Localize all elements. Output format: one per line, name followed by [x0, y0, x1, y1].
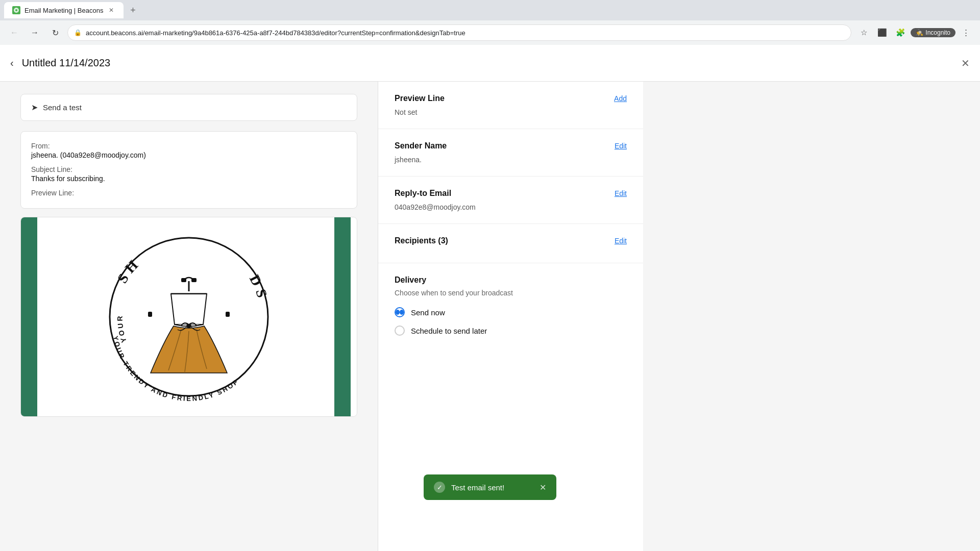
svg-rect-12: [226, 312, 230, 317]
toast-notification: ✓ Test email sent! ✕: [424, 474, 556, 500]
subject-row: Subject Line: Thanks for subscribing.: [31, 165, 347, 183]
new-tab-button[interactable]: +: [126, 3, 140, 17]
sender-name-value: jsheena.: [395, 156, 627, 164]
bookmark-icon[interactable]: ☆: [855, 24, 872, 41]
toolbar-actions: ☆ ⬛ 🧩 🕵 Incognito ⋮: [855, 24, 974, 41]
send-test-icon: ➤: [31, 103, 38, 112]
sender-name-section: Sender Name Edit jsheena.: [378, 129, 643, 177]
reply-to-header: Reply-to Email Edit: [395, 189, 627, 198]
preview-line-add-button[interactable]: Add: [614, 94, 627, 103]
delivery-title: Delivery: [395, 276, 627, 285]
subject-label: Subject Line:: [31, 165, 347, 173]
recipients-edit-button[interactable]: Edit: [615, 237, 627, 245]
browser-toolbar: ← → ↻ 🔒 account.beacons.ai/email-marketi…: [0, 20, 980, 45]
forward-nav-button[interactable]: →: [27, 24, 43, 41]
sender-name-title: Sender Name: [395, 141, 447, 151]
svg-point-1: [15, 9, 17, 11]
active-tab[interactable]: Email Marketing | Beacons ✕: [4, 2, 124, 18]
left-panel: ➤ Send a test From: jsheena. (040a92e8@m…: [0, 82, 378, 551]
reply-to-title: Reply-to Email: [395, 189, 451, 198]
send-now-radio[interactable]: [395, 307, 405, 317]
cast-icon[interactable]: ⬛: [874, 24, 890, 41]
delivery-subtitle: Choose when to send your broadcast: [395, 289, 627, 297]
preview-line-section: Preview Line Add Not set: [378, 82, 643, 129]
reply-to-edit-button[interactable]: Edit: [615, 189, 627, 197]
sender-name-edit-button[interactable]: Edit: [615, 142, 627, 150]
send-test-bar[interactable]: ➤ Send a test: [20, 94, 357, 121]
incognito-badge: 🕵 Incognito: [911, 28, 955, 37]
reply-to-value: 040a92e8@moodjoy.com: [395, 203, 627, 211]
toast-message: Test email sent!: [451, 483, 504, 492]
from-value: jsheena. (040a92e8@moodjoy.com): [31, 151, 347, 159]
reply-to-section: Reply-to Email Edit 040a92e8@moodjoy.com: [378, 177, 643, 224]
email-preview: SH DS YOUR TRENDY AND FRIENDLY SHOP YOUR: [20, 217, 357, 417]
preview-line-title: Preview Line: [395, 94, 445, 103]
svg-rect-10: [191, 278, 197, 282]
delivery-section: Delivery Choose when to send your broadc…: [378, 263, 643, 356]
menu-icon[interactable]: ⋮: [958, 24, 974, 41]
svg-rect-9: [181, 278, 186, 282]
back-nav-button[interactable]: ←: [6, 24, 22, 41]
email-details-card: From: jsheena. (040a92e8@moodjoy.com) Su…: [20, 131, 357, 209]
tab-favicon: [12, 6, 20, 14]
svg-rect-11: [148, 312, 152, 317]
schedule-later-option[interactable]: Schedule to send later: [395, 325, 627, 336]
svg-point-8: [186, 324, 191, 328]
sender-name-header: Sender Name Edit: [395, 141, 627, 151]
preview-line-header: Preview Line Add: [395, 94, 627, 103]
preview-line-label: Preview Line:: [31, 189, 347, 197]
incognito-icon: 🕵: [916, 29, 923, 36]
browser-tab-bar: Email Marketing | Beacons ✕ +: [0, 0, 980, 20]
preview-line-value: Not set: [395, 108, 627, 116]
toast-check-icon: ✓: [434, 482, 445, 493]
logo-preview-area: SH DS YOUR TRENDY AND FRIENDLY SHOP YOUR: [21, 217, 357, 416]
tab-title: Email Marketing | Beacons: [24, 7, 103, 14]
preview-row: Preview Line:: [31, 189, 347, 197]
reload-button[interactable]: ↻: [47, 24, 63, 41]
incognito-label: Incognito: [925, 29, 950, 36]
send-now-label: Send now: [411, 308, 445, 317]
back-button[interactable]: ‹: [10, 57, 14, 69]
schedule-later-radio[interactable]: [395, 325, 405, 336]
url-text: account.beacons.ai/email-marketing/9a4b8…: [86, 29, 465, 37]
close-editor-button[interactable]: ✕: [961, 57, 970, 69]
send-test-label: Send a test: [43, 103, 82, 112]
from-label: From:: [31, 142, 347, 150]
schedule-later-label: Schedule to send later: [411, 327, 487, 335]
tab-close-button[interactable]: ✕: [107, 6, 115, 14]
page-title: Untitled 11/14/2023: [22, 57, 110, 69]
app-header: ‹ Untitled 11/14/2023 ✕: [0, 45, 980, 82]
svg-text:SH                DS: SH DS: [114, 233, 272, 303]
toast-close-button[interactable]: ✕: [540, 483, 546, 492]
send-now-option[interactable]: Send now: [395, 307, 627, 317]
recipients-title: Recipients (3): [395, 236, 448, 245]
green-accent-right: [334, 217, 351, 416]
recipients-header: Recipients (3) Edit: [395, 236, 627, 245]
recipients-section: Recipients (3) Edit: [378, 224, 643, 263]
address-bar[interactable]: 🔒 account.beacons.ai/email-marketing/9a4…: [67, 24, 851, 41]
extensions-icon[interactable]: 🧩: [892, 24, 909, 41]
from-row: From: jsheena. (040a92e8@moodjoy.com): [31, 142, 347, 159]
security-icon: 🔒: [74, 29, 82, 36]
green-accent-left: [21, 217, 37, 416]
brand-logo: SH DS YOUR TRENDY AND FRIENDLY SHOP YOUR: [102, 230, 276, 404]
subject-value: Thanks for subscribing.: [31, 174, 347, 183]
